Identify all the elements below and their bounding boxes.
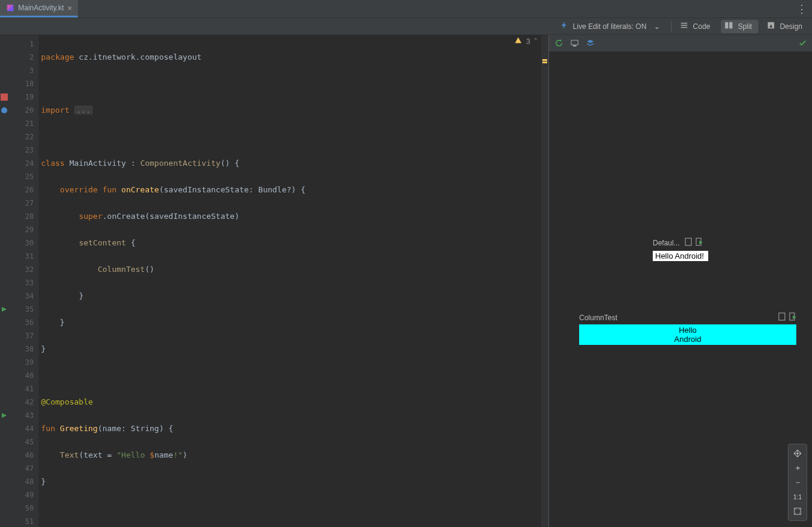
view-code-button[interactable]: Code (676, 20, 717, 33)
preview-columntest-render: Hello Android (579, 324, 796, 345)
lightning-icon (560, 21, 568, 31)
code-content[interactable]: package cz.itnetwork.composelayout impor… (39, 35, 548, 527)
svg-rect-15 (779, 313, 785, 320)
override-gutter-icon[interactable] (0, 104, 8, 117)
error-stripe[interactable] (541, 35, 548, 527)
view-design-button[interactable]: Design (763, 20, 808, 33)
compose-preview-pane: Defaul... Hello Android! ColumnTest Hell… (549, 35, 812, 527)
svg-rect-3 (729, 22, 732, 29)
kebab-menu-icon[interactable]: ⋮ (791, 0, 812, 17)
gutter-icon-strip (0, 35, 8, 527)
live-edit-toggle[interactable]: Live Edit of literals: ON ⌄ (556, 20, 666, 33)
svg-rect-11 (573, 45, 576, 46)
svg-rect-6 (1, 93, 8, 101)
view-split-button[interactable]: Split (721, 20, 758, 33)
run-device-icon[interactable] (789, 312, 796, 323)
svg-point-7 (1, 107, 7, 113)
preview-canvas[interactable]: Defaul... Hello Android! ColumnTest Hell… (549, 52, 812, 527)
svg-rect-10 (571, 40, 577, 45)
pan-icon[interactable] (791, 447, 804, 460)
device-icon[interactable] (685, 238, 692, 248)
kotlin-file-icon (6, 4, 14, 12)
svg-rect-2 (725, 22, 728, 29)
file-tab[interactable]: MainActivity.kt × (0, 0, 78, 17)
zoom-fit-button[interactable] (791, 505, 804, 518)
preview-toolbar (549, 35, 812, 52)
tab-bar: MainActivity.kt × ⋮ (0, 0, 812, 18)
zoom-out-button[interactable]: － (791, 476, 804, 489)
run-preview-gutter-icon[interactable] (0, 303, 8, 316)
svg-marker-8 (2, 307, 7, 312)
editor-toolbar: Live Edit of literals: ON ⌄ Code Split D… (0, 18, 812, 35)
preview-label-default[interactable]: Defaul... (653, 238, 703, 248)
run-device-icon[interactable] (696, 238, 703, 248)
chevron-up-icon[interactable]: ˄ (534, 37, 538, 46)
chevron-down-icon: ⌄ (652, 21, 662, 32)
code-editor[interactable]: 1231819202122232425262728293031323334353… (0, 35, 549, 527)
split-icon (725, 21, 733, 31)
zoom-in-button[interactable]: ＋ (791, 461, 804, 475)
device-icon[interactable] (778, 312, 785, 323)
interactive-icon[interactable] (569, 39, 579, 48)
refresh-icon[interactable] (554, 39, 563, 48)
run-preview-gutter-icon[interactable] (0, 409, 8, 422)
inspection-widget[interactable]: 3 ˄ ˅ (514, 36, 545, 46)
design-icon (767, 21, 775, 31)
zoom-controls: ＋ － 1:1 (788, 444, 807, 521)
line-number-gutter: 1231819202122232425262728293031323334353… (8, 35, 39, 527)
preview-label-columntest[interactable]: ColumnTest (579, 312, 796, 323)
svg-marker-9 (2, 413, 7, 418)
code-icon (680, 21, 688, 31)
preview-default-render: Hello Android! (653, 251, 708, 261)
warning-icon (514, 36, 522, 46)
svg-rect-12 (685, 238, 691, 245)
layers-icon[interactable] (585, 39, 595, 48)
tab-label: MainActivity.kt (18, 4, 64, 12)
zoom-reset-button[interactable]: 1:1 (791, 490, 804, 503)
class-gutter-icon[interactable] (0, 90, 8, 104)
close-icon[interactable]: × (68, 4, 72, 13)
import-fold[interactable]: ... (74, 106, 93, 115)
check-ok-icon (798, 39, 807, 48)
